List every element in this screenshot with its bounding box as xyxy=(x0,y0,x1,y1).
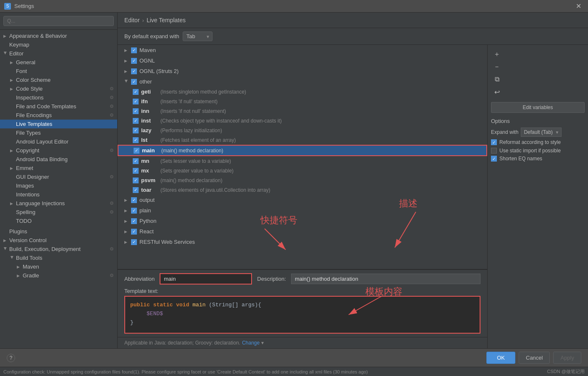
sidebar-item-images[interactable]: ▶ Images xyxy=(0,181,117,190)
copy-button[interactable]: ⧉ xyxy=(491,73,503,85)
cancel-button[interactable]: Cancel xyxy=(519,352,550,364)
reformat-checkbox-row[interactable]: Reformat according to style xyxy=(491,139,585,146)
sidebar-item-general[interactable]: ▶ General xyxy=(0,58,117,67)
template-group-other[interactable]: ▶ other xyxy=(118,76,487,87)
template-group-ognl[interactable]: ▶ OGNL xyxy=(118,55,487,66)
sidebar-item-label: Build, Execution, Deployment xyxy=(9,246,81,252)
item-checkbox[interactable] xyxy=(133,158,139,164)
template-item-mx[interactable]: mx (Sets greater value to a variable) xyxy=(118,166,487,175)
group-checkbox-ognl-struts[interactable] xyxy=(131,68,137,74)
template-item-toar[interactable]: toar (Stores elements of java.util.Colle… xyxy=(118,185,487,195)
template-group-output[interactable]: ▶ output xyxy=(118,195,487,205)
template-item-lst[interactable]: lst (Fetches last element of an array) xyxy=(118,135,487,145)
edit-variables-button[interactable]: Edit variables xyxy=(491,102,585,113)
sidebar-item-live-templates[interactable]: ▶ Live Templates xyxy=(0,120,117,128)
item-checkbox[interactable] xyxy=(133,187,139,193)
remove-button[interactable]: － xyxy=(491,61,503,73)
sidebar-item-keymap[interactable]: ▶ Keymap xyxy=(0,40,117,49)
breadcrumb-current: Live Templates xyxy=(147,17,186,24)
item-checkbox[interactable] xyxy=(133,99,139,104)
sidebar-item-plugins[interactable]: ▶ Plugins xyxy=(0,227,117,236)
sidebar-item-android-data[interactable]: ▶ Android Data Binding xyxy=(0,155,117,164)
description-input[interactable] xyxy=(291,274,480,284)
group-checkbox-maven[interactable] xyxy=(131,47,137,53)
sidebar-item-gradle[interactable]: ▶ Gradle ⚙ xyxy=(0,271,117,280)
sidebar-item-emmet[interactable]: ▶ Emmet xyxy=(0,164,117,172)
item-checkbox[interactable] xyxy=(133,178,139,183)
group-name: OGNL xyxy=(139,57,155,64)
abbreviation-input[interactable] xyxy=(160,273,252,285)
shorten-eq-checkbox[interactable] xyxy=(491,156,497,162)
sidebar-item-file-types[interactable]: ▶ File Types xyxy=(0,128,117,137)
sidebar-item-spelling[interactable]: ▶ Spelling ⚙ xyxy=(0,208,117,217)
sidebar-item-todo[interactable]: ▶ TODO xyxy=(0,217,117,225)
group-checkbox-plain[interactable] xyxy=(131,208,137,214)
shorten-eq-checkbox-row[interactable]: Shorten EQ names xyxy=(491,156,585,162)
sidebar-item-editor[interactable]: ▶ Editor xyxy=(0,49,117,58)
item-checkbox[interactable] xyxy=(133,137,139,143)
template-group-restful[interactable]: ▶ RESTful Web Services xyxy=(118,237,487,247)
group-checkbox-restful[interactable] xyxy=(131,239,137,245)
item-checkbox[interactable] xyxy=(133,128,139,133)
sidebar-item-build[interactable]: ▶ Build, Execution, Deployment ⚙ xyxy=(0,245,117,253)
sidebar-item-gui-designer[interactable]: ▶ GUI Designer ⚙ xyxy=(0,172,117,181)
sidebar-item-label: Android Data Binding xyxy=(16,156,68,162)
expand-select[interactable]: Tab Enter Space xyxy=(183,31,213,41)
group-checkbox-python[interactable] xyxy=(131,218,137,224)
template-item-mn[interactable]: mn (Sets lesser value to a variable) xyxy=(118,156,487,166)
template-item-geti[interactable]: geti (Inserts singleton method getInstan… xyxy=(118,87,487,97)
template-item-inn[interactable]: inn (Inserts 'if not null' statement) xyxy=(118,106,487,116)
sidebar-item-code-style[interactable]: ▶ Code Style ⚙ xyxy=(0,84,117,93)
sidebar-item-language-injections[interactable]: ▶ Language Injections ⚙ xyxy=(0,199,117,208)
sidebar-item-appearance[interactable]: ▶ Appearance & Behavior xyxy=(0,31,117,40)
sidebar-item-build-tools[interactable]: ▶ Build Tools xyxy=(0,253,117,262)
group-checkbox-output[interactable] xyxy=(131,197,137,203)
sidebar-item-color-scheme[interactable]: ▶ Color Scheme xyxy=(0,76,117,84)
template-code-area[interactable]: public static void main (String[] args){ xyxy=(124,296,480,334)
apply-button[interactable]: Apply xyxy=(553,352,581,364)
expand-with-select[interactable]: Default (Tab) Tab Enter Space xyxy=(521,128,562,137)
template-group-ognl-struts[interactable]: ▶ OGNL (Struts 2) xyxy=(118,66,487,76)
sidebar-item-intentions[interactable]: ▶ Intentions xyxy=(0,190,117,199)
template-item-lazy[interactable]: lazy (Performs lazy initialization) xyxy=(118,125,487,135)
item-checkbox[interactable] xyxy=(133,89,139,95)
reset-button[interactable]: ↩ xyxy=(491,86,503,98)
ok-button[interactable]: OK xyxy=(486,352,515,364)
item-checkbox[interactable] xyxy=(133,108,139,114)
group-checkbox-ognl[interactable] xyxy=(131,58,137,64)
sidebar-item-copyright[interactable]: ▶ Copyright ⚙ xyxy=(0,146,117,155)
template-group-maven[interactable]: ▶ Maven xyxy=(118,45,487,55)
static-import-checkbox-row[interactable]: Use static import if possible xyxy=(491,148,585,154)
abbreviation-label: Abbreviation xyxy=(124,276,155,282)
change-link[interactable]: Change xyxy=(242,340,260,346)
add-button[interactable]: ＋ xyxy=(491,48,503,60)
template-group-react[interactable]: ▶ React xyxy=(118,226,487,237)
close-button[interactable]: ✕ xyxy=(573,1,584,11)
template-item-main[interactable]: main (main() method declaration) xyxy=(118,145,487,156)
sidebar-item-font[interactable]: ▶ Font xyxy=(0,67,117,76)
help-button[interactable]: ? xyxy=(7,354,15,362)
template-item-inst[interactable]: inst (Checks object type with instanceof… xyxy=(118,116,487,125)
sidebar-item-label: Keymap xyxy=(9,42,29,48)
sidebar-item-inspections[interactable]: ▶ Inspections ⚙ xyxy=(0,93,117,102)
sidebar-item-android-layout[interactable]: ▶ Android Layout Editor xyxy=(0,137,117,146)
sidebar-item-maven[interactable]: ▶ Maven xyxy=(0,262,117,271)
sidebar-item-label: TODO xyxy=(16,218,32,224)
sidebar-item-version-control[interactable]: ▶ Version Control xyxy=(0,236,117,245)
sidebar-item-file-encodings[interactable]: ▶ File Encodings ⚙ xyxy=(0,111,117,120)
item-checkbox[interactable] xyxy=(133,118,139,124)
item-checkbox[interactable] xyxy=(134,148,139,154)
search-input[interactable] xyxy=(3,16,114,26)
item-checkbox[interactable] xyxy=(133,168,139,174)
template-item-psvm[interactable]: psvm (main() method declaration) xyxy=(118,175,487,185)
group-name: Python xyxy=(139,218,156,224)
sidebar-item-file-code-templates[interactable]: ▶ File and Code Templates ⚙ xyxy=(0,102,117,111)
static-import-checkbox[interactable] xyxy=(491,148,497,154)
group-checkbox-react[interactable] xyxy=(131,229,137,235)
badge-icon: ⚙ xyxy=(110,246,114,252)
template-item-ifn[interactable]: ifn (Inserts 'if null' statement) xyxy=(118,97,487,106)
reformat-checkbox[interactable] xyxy=(491,139,497,145)
template-group-python[interactable]: ▶ Python xyxy=(118,216,487,226)
template-group-plain[interactable]: ▶ plain xyxy=(118,205,487,216)
group-checkbox-other[interactable] xyxy=(131,79,137,85)
